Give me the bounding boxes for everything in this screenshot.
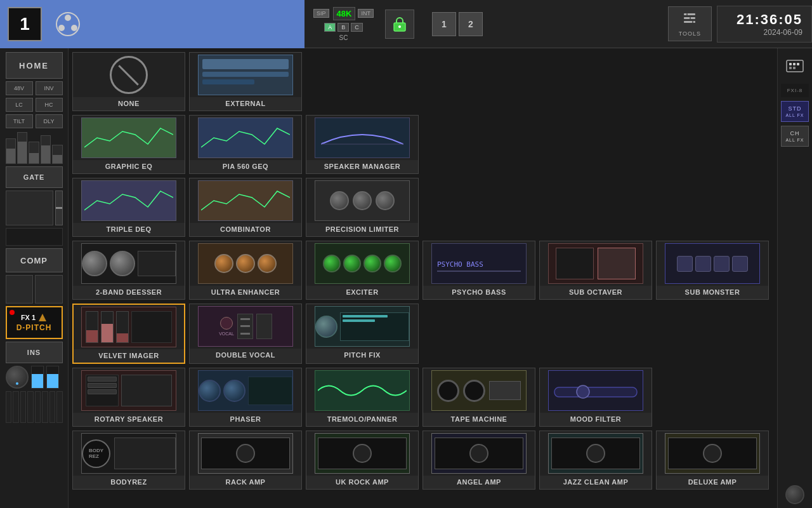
tools-button[interactable]: TOOLS <box>668 6 712 41</box>
fx-row: BODYREZ BODYREZ RACK AMP UK ROCK AMP ANG… <box>72 431 773 490</box>
mini-slider-8[interactable] <box>56 391 63 423</box>
fx-label-triple_deq: TRIPLE DEQ <box>106 223 151 236</box>
btn-lc[interactable]: LC <box>6 98 33 112</box>
fx-item-exciter[interactable]: EXCITER <box>306 241 419 300</box>
ins-button[interactable]: INS <box>6 342 63 363</box>
fx-row: NONE EXTERNAL <box>72 52 773 111</box>
svg-point-1 <box>65 15 71 21</box>
gate-slider-row <box>6 190 63 225</box>
sip-badge: SIP <box>313 9 329 18</box>
display-block <box>6 228 63 246</box>
fx-row: ROTARY SPEAKER PHASER TREMOLO/PANNER TAP… <box>72 368 773 427</box>
fx-item-angel_amp[interactable]: ANGEL AMP <box>422 431 535 490</box>
fx-thumb-rack_amp <box>190 431 301 476</box>
tools-label: TOOLS <box>679 30 701 37</box>
sip-block: SIP 48K INT A B C SC <box>313 7 374 41</box>
ch-button[interactable]: CH ALL FX <box>781 126 809 147</box>
btn-tilt[interactable]: TILT <box>6 114 33 128</box>
fx-item-2band_deesser[interactable]: 2-BAND DEESSER <box>72 241 185 300</box>
fx-thumb-velvet_imager <box>74 305 184 349</box>
abc-btn-b[interactable]: B <box>337 23 349 32</box>
mini-slider-5[interactable] <box>35 391 41 423</box>
fx-item-combinator[interactable]: COMBINATOR <box>189 178 302 237</box>
fx-thumb-phaser <box>190 368 301 413</box>
mini-slider-6[interactable] <box>42 391 48 423</box>
fx-item-rack_amp[interactable]: RACK AMP <box>189 431 302 490</box>
btn-hc[interactable]: HC <box>36 98 63 112</box>
abc-btn-c[interactable]: C <box>351 23 363 32</box>
fx-item-sub_octaver[interactable]: SUB OCTAVER <box>539 241 652 300</box>
fx-item-pia_560_geq[interactable]: PIA 560 GEQ <box>189 115 302 174</box>
svg-rect-6 <box>684 13 695 15</box>
fx-thumb-jazz_clean_amp <box>540 431 652 476</box>
fx-item-bodyrez[interactable]: BODYREZ BODYREZ <box>72 431 185 490</box>
fx-item-phaser[interactable]: PHASER <box>189 368 302 427</box>
svg-rect-27 <box>793 67 796 69</box>
fx-label-speaker_manager: SPEAKER MANAGER <box>324 160 401 173</box>
track-number[interactable]: 1 <box>8 7 42 41</box>
freq-value: 48K <box>333 7 356 20</box>
gate-button[interactable]: GATE <box>6 166 63 188</box>
fx-item-precision_limiter[interactable]: PRECISION LIMITER <box>306 178 419 237</box>
btn-48v[interactable]: 48V <box>6 81 33 95</box>
fx1-active-dot <box>10 310 15 315</box>
fx-label-none: NONE <box>118 97 140 110</box>
fx-thumb-sub_monster <box>657 241 768 286</box>
fx1-button[interactable]: FX 1 D-PITCH <box>6 306 63 339</box>
fx-item-velvet_imager[interactable]: VELVET IMAGER <box>72 304 185 364</box>
fx-item-graphic_eq[interactable]: GRAPHIC EQ <box>72 115 185 174</box>
fx-item-none[interactable]: NONE <box>72 52 185 111</box>
mini-slider-7[interactable] <box>49 391 56 423</box>
bot-buttons-row: TILT DLY <box>6 114 63 128</box>
clock-time: 21:36:05 <box>726 11 802 28</box>
svg-rect-8 <box>684 21 695 23</box>
right-knob[interactable] <box>785 485 804 504</box>
fx-thumb-graphic_eq <box>73 116 185 160</box>
fx-thumb-precision_limiter <box>306 178 418 223</box>
svg-rect-9 <box>686 13 688 15</box>
fx-thumb-psycho_bass: PSYCHO BASS <box>423 241 535 286</box>
fx-item-pitch_fix[interactable]: PITCH FIX <box>306 304 419 364</box>
num-btns: 1 2 <box>432 12 483 36</box>
mid-buttons-row: LC HC <box>6 98 63 112</box>
fx-label-velvet_imager: VELVET IMAGER <box>98 349 159 363</box>
fx-item-sub_monster[interactable]: SUB MONSTER <box>656 241 769 300</box>
fx-item-tremolo_panner[interactable]: TREMOLO/PANNER <box>306 368 419 427</box>
fx-item-psycho_bass[interactable]: PSYCHO BASS PSYCHO BASS <box>422 241 535 300</box>
fx-label-jazz_clean_amp: JAZZ CLEAN AMP <box>563 476 629 489</box>
std-button[interactable]: STD ALL FX <box>781 101 809 122</box>
fx-thumb-rotary_speaker <box>73 368 185 413</box>
fx-label-2band_deesser: 2-BAND DEESSER <box>96 286 162 299</box>
svg-rect-22 <box>787 60 803 72</box>
fx-item-rotary_speaker[interactable]: ROTARY SPEAKER <box>72 368 185 427</box>
btn-dly[interactable]: DLY <box>36 114 63 128</box>
fx-label-phaser: PHASER <box>230 413 261 426</box>
svg-rect-20 <box>554 387 637 397</box>
mini-slider-4[interactable] <box>27 391 34 423</box>
num-btn-1[interactable]: 1 <box>432 12 456 36</box>
btn-inv[interactable]: INV <box>36 81 63 95</box>
fx-thumb-angel_amp <box>423 431 535 476</box>
fx-item-triple_deq[interactable]: TRIPLE DEQ <box>72 178 185 237</box>
comp-button[interactable]: COMP <box>6 248 63 272</box>
main-knob[interactable] <box>6 366 29 389</box>
fx-label-sub_monster: SUB MONSTER <box>685 286 740 299</box>
mini-slider-2[interactable] <box>13 391 19 423</box>
home-button[interactable]: HOME <box>6 52 63 79</box>
fx-item-speaker_manager[interactable]: SPEAKER MANAGER <box>306 115 419 174</box>
fx-item-uk_rock_amp[interactable]: UK ROCK AMP <box>306 431 419 490</box>
fx-item-ultra_enhancer[interactable]: ULTRA ENHANCER <box>189 241 302 300</box>
mini-slider-3[interactable] <box>20 391 27 423</box>
fx-thumb-triple_deq <box>73 178 185 223</box>
fx-item-tape_machine[interactable]: TAPE MACHINE <box>422 368 535 427</box>
num-btn-2[interactable]: 2 <box>459 12 483 36</box>
fx-item-mood_filter[interactable]: MOOD FILTER <box>539 368 652 427</box>
abc-btn-a[interactable]: A <box>324 23 336 32</box>
lock-button[interactable] <box>385 10 414 39</box>
fx-item-deluxe_amp[interactable]: DELUXE AMP <box>656 431 769 490</box>
fx-label-uk_rock_amp: UK ROCK AMP <box>336 476 389 489</box>
fx-item-external[interactable]: EXTERNAL <box>189 52 302 111</box>
mini-slider-1[interactable] <box>6 391 12 423</box>
fx-item-jazz_clean_amp[interactable]: JAZZ CLEAN AMP <box>539 431 652 490</box>
fx-item-double_vocal[interactable]: VOCAL DOUBLE VOCAL <box>189 304 302 364</box>
